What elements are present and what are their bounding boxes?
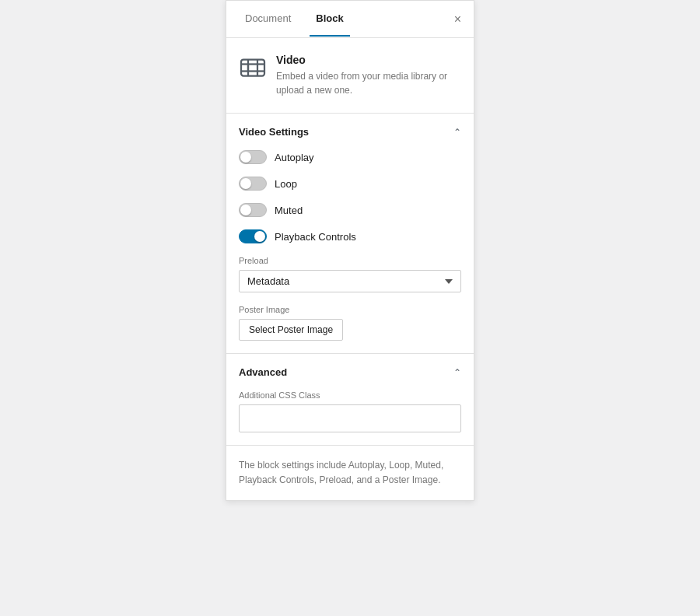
chevron-up-icon: ⌃ (453, 127, 461, 138)
advanced-section: Advanced ⌃ Additional CSS Class (226, 354, 474, 446)
select-poster-image-button[interactable]: Select Poster Image (239, 319, 343, 341)
playback-controls-toggle[interactable] (239, 229, 267, 243)
tab-document[interactable]: Document (239, 2, 297, 37)
tab-header: Document Block × (226, 1, 474, 38)
loop-row: Loop (239, 177, 461, 191)
loop-knob (240, 178, 251, 189)
muted-label: Muted (275, 205, 303, 216)
autoplay-row: Autoplay (239, 150, 461, 164)
block-info: Video Embed a video from your media libr… (226, 38, 474, 114)
advanced-chevron-up-icon: ⌃ (453, 367, 461, 378)
video-settings-header[interactable]: Video Settings ⌃ (239, 126, 461, 138)
playback-controls-knob (254, 231, 265, 242)
poster-image-label: Poster Image (239, 305, 461, 314)
preload-select[interactable]: Metadata Auto None (239, 270, 461, 292)
advanced-header[interactable]: Advanced ⌃ (239, 366, 461, 378)
preload-field: Preload Metadata Auto None (239, 256, 461, 292)
muted-knob (240, 205, 251, 215)
loop-label: Loop (275, 178, 297, 190)
playback-controls-row: Playback Controls (239, 229, 461, 243)
autoplay-knob (240, 152, 251, 163)
footer-note: The block settings include Autoplay, Loo… (226, 446, 474, 500)
tab-block[interactable]: Block (310, 2, 349, 37)
svg-rect-0 (241, 60, 264, 76)
video-icon (239, 54, 267, 82)
muted-toggle[interactable] (239, 203, 267, 217)
loop-toggle[interactable] (239, 177, 267, 191)
block-text: Video Embed a video from your media libr… (276, 54, 461, 97)
poster-image-field: Poster Image Select Poster Image (239, 305, 461, 341)
advanced-title: Advanced (239, 366, 287, 378)
css-class-label: Additional CSS Class (239, 390, 461, 400)
css-class-input[interactable] (239, 404, 461, 432)
close-button[interactable]: × (454, 13, 461, 26)
css-class-field: Additional CSS Class (239, 390, 461, 432)
video-settings-section: Video Settings ⌃ Autoplay Loop Muted (226, 114, 474, 354)
muted-row: Muted (239, 203, 461, 217)
playback-controls-label: Playback Controls (275, 231, 356, 243)
autoplay-label: Autoplay (275, 152, 314, 163)
settings-panel: Document Block × Video Embed a video fro… (226, 0, 474, 501)
autoplay-toggle[interactable] (239, 150, 267, 164)
video-settings-title: Video Settings (239, 126, 309, 138)
block-title: Video (276, 54, 461, 66)
block-description: Embed a video from your media library or… (276, 69, 461, 97)
preload-label: Preload (239, 256, 461, 265)
